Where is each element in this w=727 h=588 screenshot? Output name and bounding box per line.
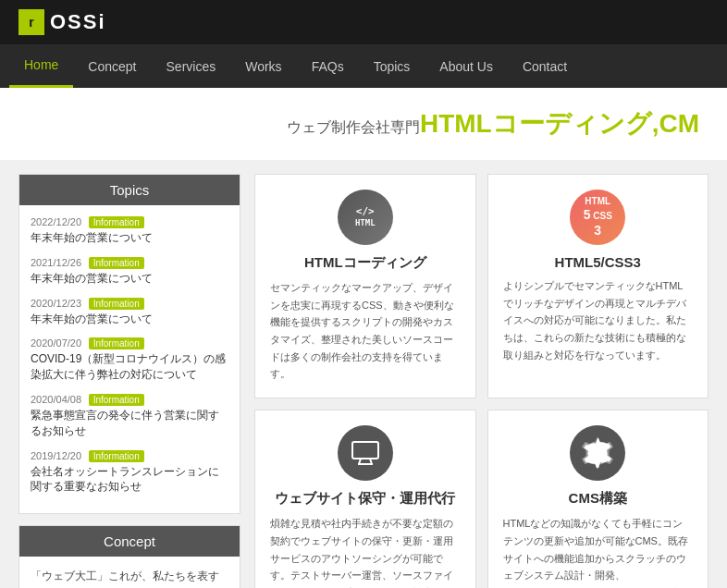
- hero-banner: ウェブ制作会社専門HTMLコーディング,CM: [0, 88, 727, 160]
- nav-home[interactable]: Home: [9, 44, 73, 88]
- html-coding-icon: </>HTML: [338, 190, 393, 245]
- service-desc-web: 煩雑な見積や社内手続きが不要な定額の契約でウェブサイトの保守・更新・運用サービス…: [270, 515, 461, 588]
- topics-title: Topics: [19, 175, 240, 205]
- list-item: 2021/12/26 Information 年末年始の営業について: [31, 255, 228, 287]
- nav-faqs[interactable]: FAQs: [297, 46, 359, 87]
- nav-topics[interactable]: Topics: [359, 46, 425, 87]
- service-grid: </>HTML HTMLコーディング セマンティックなマークアップ、デザインを忠…: [254, 174, 709, 588]
- service-title-html: HTMLコーディング: [270, 254, 461, 272]
- hero-highlight-text: HTMLコーディング,CM: [420, 109, 699, 138]
- concept-section: Concept 「ウェブ大工」これが、私たちを表す適当なコトバなのかもしれません…: [18, 525, 240, 588]
- service-card-cms: CMS構築 HTMLなどの知識がなくても手軽にコンテンツの更新や追加が可能なCM…: [487, 410, 709, 588]
- service-title-cms: CMS構築: [503, 490, 694, 508]
- topic-title[interactable]: COVID-19（新型コロナウイルス）の感染拡大に伴う弊社の対応について: [31, 351, 228, 383]
- topic-title[interactable]: 年末年始の営業について: [31, 271, 228, 287]
- logo[interactable]: r OSSi: [18, 9, 106, 35]
- concept-title: Concept: [19, 526, 240, 557]
- navbar: Home Concept Services Works FAQs Topics …: [0, 44, 727, 88]
- cms-icon: [570, 425, 625, 481]
- service-content: </>HTML HTMLコーディング セマンティックなマークアップ、デザインを忠…: [254, 174, 709, 588]
- topics-list: 2022/12/20 Information 年末年始の営業について 2021/…: [19, 205, 240, 513]
- topic-date: 2019/12/20: [31, 450, 81, 461]
- list-item: 2020/07/20 Information COVID-19（新型コロナウイル…: [31, 336, 228, 383]
- topic-badge: Information: [89, 298, 144, 310]
- topic-badge: Information: [89, 337, 144, 349]
- svg-rect-0: [352, 442, 378, 459]
- concept-text: 「ウェブ大工」これが、私たちを表す適当なコトバなのかもしれません。: [19, 557, 240, 588]
- service-card-web: ウェブサイト保守・運用代行 煩雑な見積や社内手続きが不要な定額の契約でウェブサイ…: [254, 410, 476, 588]
- topic-badge: Information: [89, 216, 144, 228]
- nav-works[interactable]: Works: [230, 46, 296, 87]
- topic-date: 2020/07/20: [31, 337, 81, 349]
- service-card-html5: HTML5 CSS3 HTML5/CSS3 よりシンプルでセマンティックなHTM…: [487, 174, 709, 398]
- monitor-icon: [338, 425, 393, 481]
- nav-concept[interactable]: Concept: [73, 46, 151, 87]
- service-desc-html: セマンティックなマークアップ、デザインを忠実に再現するCSS、動きや便利な機能を…: [270, 279, 461, 383]
- service-desc-html5: よりシンプルでセマンティックなHTMLでリッチなデザインの再現とマルチデバイスへ…: [503, 277, 694, 363]
- logo-text: OSSi: [50, 10, 106, 34]
- main-content: Topics 2022/12/20 Information 年末年始の営業につい…: [0, 160, 727, 588]
- list-item: 2020/04/08 Information 緊急事態宣言の発令に伴う営業に関す…: [31, 392, 228, 439]
- service-title-web: ウェブサイト保守・運用代行: [270, 490, 461, 508]
- topic-badge: Information: [89, 394, 144, 406]
- sidebar: Topics 2022/12/20 Information 年末年始の営業につい…: [18, 174, 240, 588]
- topic-date: 2020/12/23: [31, 298, 81, 309]
- logo-icon-letter: r: [29, 15, 33, 30]
- topic-title[interactable]: 会社名オッシートランスレーションに関する重要なお知らせ: [31, 464, 228, 496]
- topic-date: 2021/12/26: [31, 257, 81, 268]
- list-item: 2022/12/20 Information 年末年始の営業について: [31, 214, 228, 246]
- nav-about-us[interactable]: About Us: [425, 46, 508, 87]
- nav-services[interactable]: Services: [152, 46, 231, 87]
- topics-section: Topics 2022/12/20 Information 年末年始の営業につい…: [18, 174, 240, 514]
- service-title-html5: HTML5/CSS3: [503, 254, 694, 270]
- topic-title[interactable]: 年末年始の営業について: [31, 312, 228, 327]
- topic-date: 2020/04/08: [31, 394, 81, 405]
- list-item: 2020/12/23 Information 年末年始の営業について: [31, 296, 228, 327]
- service-card-html: </>HTML HTMLコーディング セマンティックなマークアップ、デザインを忠…: [254, 174, 476, 398]
- topic-badge: Information: [89, 257, 144, 269]
- topic-badge: Information: [89, 450, 144, 462]
- topic-title[interactable]: 緊急事態宣言の発令に伴う営業に関するお知らせ: [31, 408, 228, 439]
- logo-icon: r: [18, 9, 44, 35]
- html5-icon: HTML5 CSS3: [570, 190, 625, 245]
- topic-date: 2022/12/20: [31, 216, 81, 227]
- list-item: 2019/12/20 Information 会社名オッシートランスレーションに…: [31, 448, 228, 496]
- service-desc-cms: HTMLなどの知識がなくても手軽にコンテンツの更新や追加が可能なCMS。既存サイ…: [503, 515, 694, 588]
- nav-contact[interactable]: Contact: [508, 46, 582, 87]
- topic-title[interactable]: 年末年始の営業について: [31, 230, 228, 246]
- header: r OSSi: [0, 0, 727, 44]
- hero-normal-text: ウェブ制作会社専門: [287, 119, 420, 135]
